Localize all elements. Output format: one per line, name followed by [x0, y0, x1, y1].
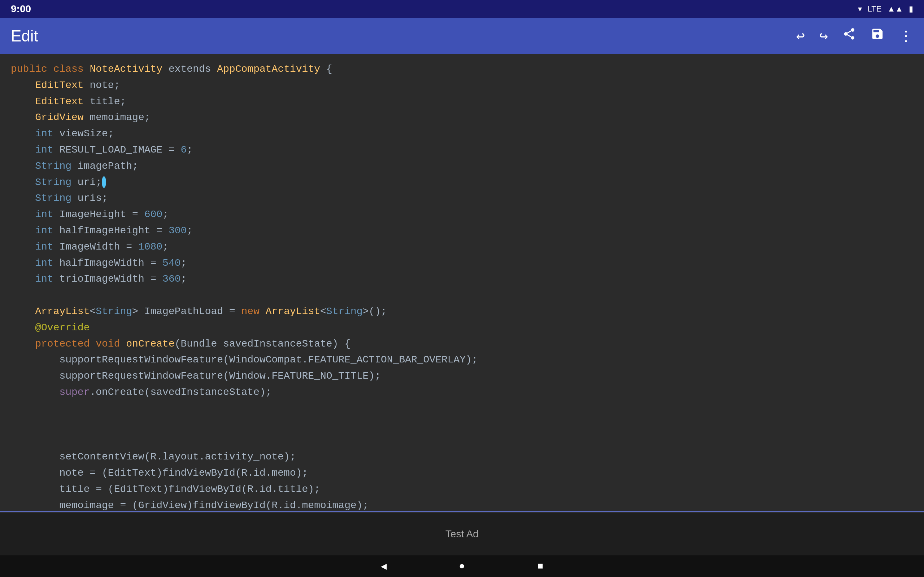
code-line-3: EditText title; — [11, 94, 913, 110]
code-line-12: int ImageWidth = 1080; — [11, 239, 913, 255]
code-line-5: int viewSize; — [11, 126, 913, 142]
code-line-20: supportRequestWindowFeature(Window.FEATU… — [11, 368, 913, 384]
code-line-6: int RESULT_LOAD_IMAGE = 6; — [11, 142, 913, 158]
code-line-13: int halfImageWidth = 540; — [11, 255, 913, 272]
code-line-16: ArrayList<String> ImagePathLoad = new Ar… — [11, 304, 913, 320]
more-options-button[interactable]: ⋮ — [899, 27, 913, 45]
back-button[interactable]: ◀ — [381, 560, 387, 572]
ad-label: Test Ad — [446, 528, 478, 540]
status-time: 9:00 — [11, 3, 31, 15]
code-line-24 — [11, 433, 913, 449]
code-line-1: public class NoteActivity extends AppCom… — [11, 61, 913, 77]
lte-icon: LTE — [868, 4, 882, 14]
code-line-15 — [11, 287, 913, 304]
ad-bar: Test Ad — [0, 512, 924, 555]
toolbar-actions: ↩ ↪ ⋮ — [796, 27, 913, 45]
page-title: Edit — [11, 27, 38, 45]
battery-icon: ▮ — [909, 4, 913, 14]
code-line-27: title = (EditText)findViewById(R.id.titl… — [11, 482, 913, 498]
app-bar: Edit ↩ ↪ ⋮ — [0, 18, 924, 54]
code-line-2: EditText note; — [11, 77, 913, 94]
redo-button[interactable]: ↪ — [819, 27, 828, 45]
wifi-icon: ▾ — [858, 4, 862, 14]
code-line-4: GridView memoimage; — [11, 110, 913, 126]
code-line-25: setContentView(R.layout.activity_note); — [11, 449, 913, 465]
code-line-14: int trioImageWidth = 360; — [11, 271, 913, 287]
code-line-9: String uris; — [11, 190, 913, 206]
signal-icon: ▲▲ — [887, 4, 903, 14]
code-line-17: @Override — [11, 320, 913, 336]
code-line-22 — [11, 401, 913, 417]
status-bar: 9:00 ▾ LTE ▲▲ ▮ — [0, 0, 924, 18]
code-line-18: protected void onCreate(Bundle savedInst… — [11, 336, 913, 352]
home-button[interactable]: ● — [459, 561, 465, 572]
text-cursor — [102, 176, 106, 188]
nav-bar: ◀ ● ■ — [0, 555, 924, 577]
code-line-11: int halfImageHeight = 300; — [11, 223, 913, 239]
share-button[interactable] — [842, 27, 856, 45]
status-icons: ▾ LTE ▲▲ ▮ — [858, 4, 913, 14]
code-line-10: int ImageHeight = 600; — [11, 206, 913, 223]
code-line-19: supportRequestWindowFeature(WindowCompat… — [11, 352, 913, 368]
code-line-8: String uri; — [11, 174, 913, 191]
code-line-7: String imagePath; — [11, 158, 913, 174]
undo-button[interactable]: ↩ — [796, 27, 805, 45]
code-line-21: super.onCreate(savedInstanceState); — [11, 384, 913, 401]
recent-button[interactable]: ■ — [537, 561, 543, 572]
code-line-23 — [11, 417, 913, 433]
code-line-26: note = (EditText)findViewById(R.id.memo)… — [11, 465, 913, 482]
code-editor[interactable]: public class NoteActivity extends AppCom… — [0, 54, 924, 512]
code-line-28: memoimage = (GridView)findViewById(R.id.… — [11, 498, 913, 512]
save-button[interactable] — [871, 27, 884, 45]
